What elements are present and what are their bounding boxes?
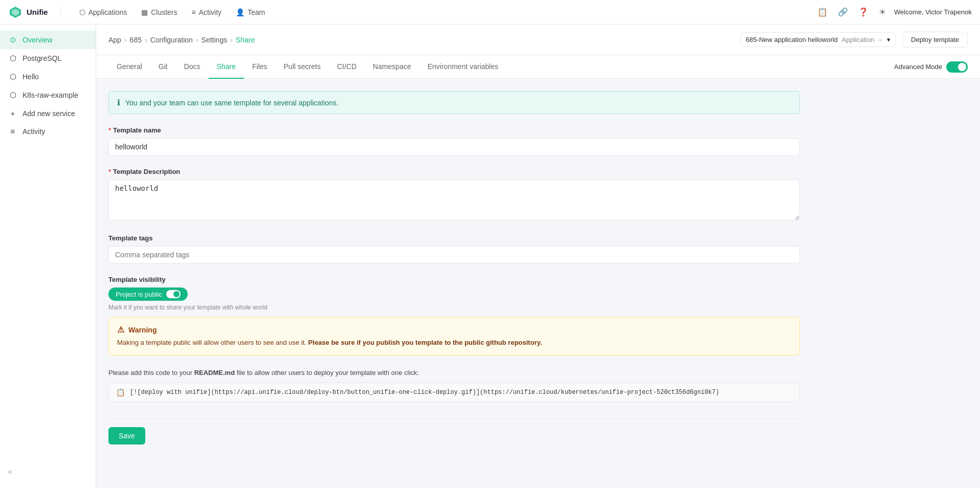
visibility-badge[interactable]: Project is public: [108, 287, 188, 301]
nav-team[interactable]: 👤 Team: [230, 5, 271, 19]
advanced-mode-switch[interactable]: [946, 61, 968, 73]
app-selector-type: Application →: [842, 36, 883, 43]
breadcrumb-configuration[interactable]: Configuration: [150, 36, 193, 44]
page-layout: ⊙ Overview ⬡ PostgreSQL ⬡ Hello ⬡ K8s-ra…: [0, 25, 980, 488]
sidebar: ⊙ Overview ⬡ PostgreSQL ⬡ Hello ⬡ K8s-ra…: [0, 25, 96, 488]
sidebar-item-activity[interactable]: ≡ Activity: [0, 122, 96, 140]
visibility-toggle[interactable]: [166, 290, 181, 298]
save-section: Save: [108, 418, 800, 445]
template-name-label: * Template name: [108, 126, 800, 134]
tabs-bar: General Git Docs Share Files Pull secret…: [96, 55, 980, 79]
readme-section: Please add this code to your README.md f…: [108, 368, 800, 403]
sidebar-item-postgresql-label: PostgreSQL: [23, 54, 61, 62]
sidebar-collapse-btn[interactable]: <: [8, 469, 12, 476]
topbar: Unifie ⬡ Applications ▦ Clusters ≡ Activ…: [0, 0, 980, 25]
deploy-template-button[interactable]: Deploy template: [902, 32, 968, 48]
advanced-mode-toggle[interactable]: Advanced Mode: [894, 61, 968, 73]
bottom-divider: [108, 418, 800, 419]
tab-pull-secrets[interactable]: Pull secrets: [276, 55, 329, 79]
advanced-mode-label: Advanced Mode: [894, 63, 942, 71]
chevron-down-icon: ▾: [887, 36, 890, 43]
logo-icon: [8, 5, 23, 19]
sidebar-item-postgresql[interactable]: ⬡ PostgreSQL: [0, 49, 96, 68]
breadcrumb-share: Share: [236, 36, 255, 44]
tab-namespace[interactable]: Namespace: [365, 55, 419, 79]
warning-box: ⚠ Warning Making a template public will …: [108, 317, 800, 356]
nav-clusters[interactable]: ▦ Clusters: [135, 5, 183, 19]
overview-icon: ⊙: [8, 35, 17, 45]
tab-general[interactable]: General: [108, 55, 150, 79]
readme-label: Please add this code to your README.md f…: [108, 368, 800, 378]
clusters-icon: ▦: [141, 8, 148, 16]
theme-icon-btn[interactable]: ☀: [877, 5, 888, 19]
sidebar-item-activity-label: Activity: [23, 127, 45, 136]
app-selector[interactable]: 685-New application helloworld Applicati…: [740, 32, 896, 47]
save-button[interactable]: Save: [108, 427, 145, 445]
warning-text: Making a template public will allow othe…: [117, 338, 791, 348]
breadcrumb-sep-1: ›: [124, 36, 127, 44]
tab-files[interactable]: Files: [244, 55, 276, 79]
template-name-section: * Template name: [108, 126, 800, 156]
nav-applications[interactable]: ⬡ Applications: [73, 5, 133, 19]
sidebar-item-k8s-label: K8s-raw-example: [23, 91, 78, 99]
k8s-icon: ⬡: [8, 91, 17, 100]
sub-header-right: 685-New application helloworld Applicati…: [740, 32, 968, 48]
app-name: Unifie: [27, 8, 48, 16]
template-tags-label: Template tags: [108, 234, 800, 242]
topbar-nav: ⬡ Applications ▦ Clusters ≡ Activity 👤 T…: [73, 5, 803, 19]
code-block: 📋 [![deploy with unifie](https://api.uni…: [108, 383, 800, 402]
tab-env-vars[interactable]: Environment variables: [419, 55, 507, 79]
tab-share[interactable]: Share: [209, 55, 244, 79]
main-content: App › 685 › Configuration › Settings › S…: [96, 25, 980, 488]
breadcrumb-sep-4: ›: [230, 36, 233, 44]
tab-git[interactable]: Git: [150, 55, 176, 79]
sidebar-item-hello[interactable]: ⬡ Hello: [0, 68, 96, 86]
hello-icon: ⬡: [8, 72, 17, 81]
template-tags-section: Template tags: [108, 234, 800, 263]
app-logo: Unifie: [8, 5, 48, 19]
tab-ci-cd[interactable]: CI/CD: [329, 55, 365, 79]
tab-docs[interactable]: Docs: [176, 55, 209, 79]
template-description-label: * Template Description: [108, 168, 800, 175]
template-tags-input[interactable]: [108, 246, 800, 263]
add-service-icon: +: [8, 109, 17, 118]
breadcrumb-sep-3: ›: [196, 36, 198, 44]
breadcrumb-id[interactable]: 685: [130, 36, 142, 44]
clipboard-icon-btn[interactable]: 📋: [815, 5, 830, 19]
link-icon-btn[interactable]: 🔗: [836, 5, 850, 19]
info-banner-text: You and your team can use same template …: [125, 99, 339, 107]
required-star: *: [108, 126, 111, 134]
welcome-text: Welcome, Victor Trapenok: [894, 8, 972, 16]
breadcrumb-app[interactable]: App: [108, 36, 121, 44]
team-icon: 👤: [236, 8, 244, 16]
template-name-input[interactable]: [108, 138, 800, 156]
sidebar-item-add-service[interactable]: + Add new service: [0, 104, 96, 122]
sidebar-activity-icon: ≡: [8, 127, 17, 136]
info-banner: ℹ You and your team can use same templat…: [108, 91, 800, 114]
sidebar-bottom: <: [0, 461, 96, 482]
breadcrumb: App › 685 › Configuration › Settings › S…: [108, 36, 255, 44]
template-description-textarea[interactable]: helloworld: [108, 180, 800, 220]
sidebar-item-overview[interactable]: ⊙ Overview: [0, 31, 96, 49]
code-value: [![deploy with unifie](https://api.unifi…: [130, 389, 719, 396]
warning-triangle-icon: ⚠: [117, 325, 124, 335]
sidebar-item-k8s[interactable]: ⬡ K8s-raw-example: [0, 86, 96, 104]
sub-header: App › 685 › Configuration › Settings › S…: [96, 25, 980, 55]
activity-nav-icon: ≡: [192, 8, 196, 16]
breadcrumb-settings[interactable]: Settings: [202, 36, 228, 44]
visibility-badge-label: Project is public: [116, 291, 162, 298]
nav-activity[interactable]: ≡ Activity: [186, 5, 228, 19]
topbar-divider: [60, 7, 61, 17]
help-icon-btn[interactable]: ❓: [856, 5, 871, 19]
template-visibility-section: Template visibility Project is public Ma…: [108, 276, 800, 356]
topbar-actions: 📋 🔗 ❓ ☀ Welcome, Victor Trapenok: [815, 5, 972, 19]
page-content: ℹ You and your team can use same templat…: [96, 79, 812, 457]
sidebar-item-overview-label: Overview: [23, 36, 52, 44]
copy-code-button[interactable]: 📋: [116, 388, 125, 396]
template-visibility-label: Template visibility: [108, 276, 800, 283]
required-star-desc: *: [108, 168, 111, 175]
template-description-section: * Template Description helloworld: [108, 168, 800, 222]
warning-title: ⚠ Warning: [117, 325, 791, 335]
app-selector-value: 685-New application helloworld: [746, 36, 838, 43]
postgresql-icon: ⬡: [8, 54, 17, 63]
